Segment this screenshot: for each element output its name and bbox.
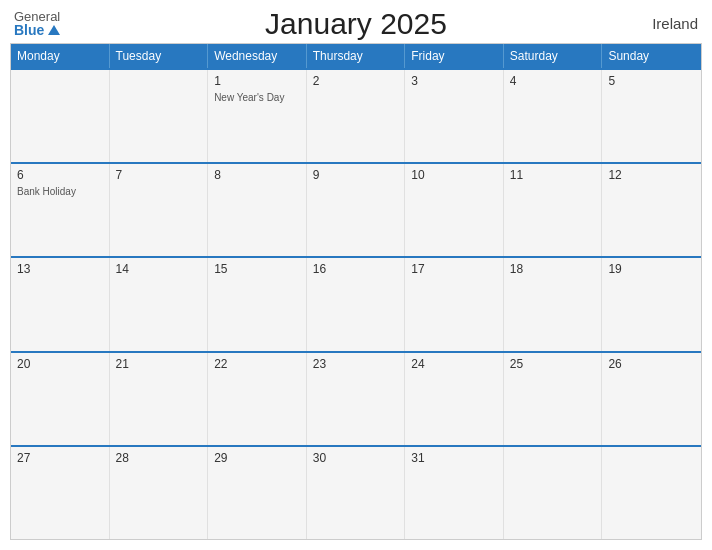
day-number: 13 [17, 262, 103, 276]
day-number: 9 [313, 168, 399, 182]
logo-blue-text: Blue [14, 23, 44, 37]
day-cell: 10 [405, 164, 504, 256]
day-cell: 12 [602, 164, 701, 256]
week-row-5: 2728293031 [11, 445, 701, 539]
day-cell: 4 [504, 70, 603, 162]
day-cell: 23 [307, 353, 406, 445]
country-label: Ireland [652, 15, 698, 32]
day-cell: 8 [208, 164, 307, 256]
logo: General Blue [14, 10, 60, 37]
day-number: 2 [313, 74, 399, 88]
day-number: 14 [116, 262, 202, 276]
day-cell: 6Bank Holiday [11, 164, 110, 256]
day-cell [602, 447, 701, 539]
day-cell: 25 [504, 353, 603, 445]
day-cell: 7 [110, 164, 209, 256]
day-number: 23 [313, 357, 399, 371]
day-number: 24 [411, 357, 497, 371]
day-cell: 17 [405, 258, 504, 350]
day-cell: 16 [307, 258, 406, 350]
day-header-monday: Monday [11, 44, 110, 68]
day-cell: 31 [405, 447, 504, 539]
day-cell: 28 [110, 447, 209, 539]
week-row-2: 6Bank Holiday789101112 [11, 162, 701, 256]
calendar-header: General Blue January 2025 Ireland [10, 10, 702, 43]
day-cell [11, 70, 110, 162]
day-header-sunday: Sunday [602, 44, 701, 68]
day-header-thursday: Thursday [307, 44, 406, 68]
day-number: 16 [313, 262, 399, 276]
day-number: 30 [313, 451, 399, 465]
day-cell: 20 [11, 353, 110, 445]
day-number: 25 [510, 357, 596, 371]
day-number: 8 [214, 168, 300, 182]
day-headers-row: MondayTuesdayWednesdayThursdayFridaySatu… [11, 44, 701, 68]
day-event: Bank Holiday [17, 186, 103, 197]
day-cell: 21 [110, 353, 209, 445]
day-number: 4 [510, 74, 596, 88]
day-number: 10 [411, 168, 497, 182]
day-number: 11 [510, 168, 596, 182]
day-cell: 9 [307, 164, 406, 256]
day-cell: 22 [208, 353, 307, 445]
day-event: New Year's Day [214, 92, 300, 103]
day-cell: 29 [208, 447, 307, 539]
day-cell: 18 [504, 258, 603, 350]
day-cell: 26 [602, 353, 701, 445]
day-cell: 24 [405, 353, 504, 445]
day-header-wednesday: Wednesday [208, 44, 307, 68]
day-number: 1 [214, 74, 300, 88]
day-cell [504, 447, 603, 539]
day-cell: 27 [11, 447, 110, 539]
calendar-grid: MondayTuesdayWednesdayThursdayFridaySatu… [10, 43, 702, 540]
day-cell: 30 [307, 447, 406, 539]
logo-triangle-icon [48, 25, 60, 35]
weeks-container: 1New Year's Day23456Bank Holiday78910111… [11, 68, 701, 539]
day-number: 18 [510, 262, 596, 276]
day-cell [110, 70, 209, 162]
day-number: 12 [608, 168, 695, 182]
week-row-4: 20212223242526 [11, 351, 701, 445]
day-number: 31 [411, 451, 497, 465]
week-row-3: 13141516171819 [11, 256, 701, 350]
day-number: 7 [116, 168, 202, 182]
day-cell: 3 [405, 70, 504, 162]
day-number: 6 [17, 168, 103, 182]
day-number: 15 [214, 262, 300, 276]
calendar-container: General Blue January 2025 Ireland Monday… [0, 0, 712, 550]
week-row-1: 1New Year's Day2345 [11, 68, 701, 162]
day-number: 5 [608, 74, 695, 88]
day-number: 27 [17, 451, 103, 465]
day-number: 20 [17, 357, 103, 371]
day-number: 19 [608, 262, 695, 276]
day-cell: 1New Year's Day [208, 70, 307, 162]
day-number: 26 [608, 357, 695, 371]
day-number: 17 [411, 262, 497, 276]
day-cell: 2 [307, 70, 406, 162]
day-number: 22 [214, 357, 300, 371]
logo-blue-section: Blue [14, 23, 60, 37]
calendar-title: January 2025 [265, 7, 447, 41]
day-header-saturday: Saturday [504, 44, 603, 68]
day-cell: 19 [602, 258, 701, 350]
day-cell: 5 [602, 70, 701, 162]
day-number: 29 [214, 451, 300, 465]
day-header-tuesday: Tuesday [110, 44, 209, 68]
day-cell: 11 [504, 164, 603, 256]
day-cell: 13 [11, 258, 110, 350]
day-cell: 15 [208, 258, 307, 350]
day-number: 21 [116, 357, 202, 371]
day-header-friday: Friday [405, 44, 504, 68]
day-number: 3 [411, 74, 497, 88]
day-number: 28 [116, 451, 202, 465]
day-cell: 14 [110, 258, 209, 350]
